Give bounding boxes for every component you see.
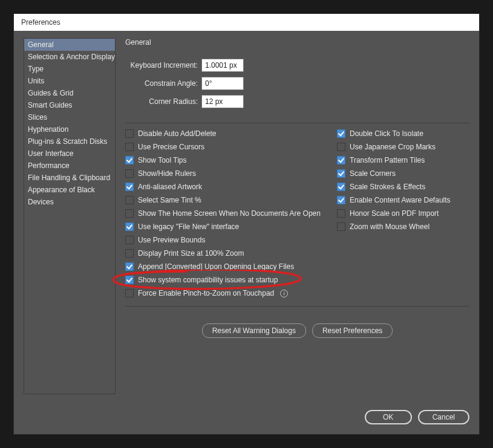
- sidebar-item-units[interactable]: Units: [24, 75, 115, 87]
- sidebar-item-label: Units: [28, 77, 44, 85]
- checkbox-box[interactable]: [125, 262, 134, 271]
- checkbox-box[interactable]: [125, 156, 134, 164]
- checkbox-box[interactable]: [125, 183, 134, 191]
- sidebar-item-file-handling-clipboard[interactable]: File Handling & Clipboard: [24, 172, 115, 184]
- sidebar-item-hyphenation[interactable]: Hyphenation: [24, 123, 115, 135]
- checkbox-label: Enable Content Aware Defaults: [350, 196, 451, 204]
- checkbox-label: Show Tool Tips: [138, 156, 187, 164]
- sidebar-item-smart-guides[interactable]: Smart Guides: [24, 99, 115, 111]
- sidebar-item-label: Guides & Grid: [28, 89, 73, 97]
- checkbox-disable-auto-add-delete[interactable]: Disable Auto Add/Delete: [125, 129, 331, 138]
- checkbox-append-converted-upon-opening-legacy-files[interactable]: Append [Converted] Upon Opening Legacy F…: [125, 262, 331, 271]
- checkbox-use-precise-cursors[interactable]: Use Precise Cursors: [125, 143, 331, 151]
- keyboard-increment-row: Keyboard Increment:: [125, 59, 469, 72]
- checkbox-use-preview-bounds[interactable]: Use Preview Bounds: [125, 236, 331, 244]
- numeric-fields: Keyboard Increment: Constrain Angle: Cor…: [125, 59, 469, 108]
- sidebar-item-general[interactable]: General: [24, 39, 115, 51]
- checkbox-use-legacy-file-new-interface[interactable]: Use legacy "File New" interface: [125, 222, 331, 231]
- checkbox-box[interactable]: [125, 169, 134, 178]
- checkbox-box[interactable]: [337, 156, 345, 164]
- sidebar-item-label: Performance: [28, 161, 70, 170]
- sidebar-item-performance[interactable]: Performance: [24, 160, 115, 172]
- content-area: GeneralSelection & Anchor DisplayTypeUni…: [24, 38, 469, 394]
- checkbox-box[interactable]: [125, 289, 134, 297]
- checkbox-box[interactable]: [125, 249, 134, 258]
- checkbox-box[interactable]: [125, 143, 134, 151]
- checkbox-box[interactable]: [337, 143, 345, 151]
- checkbox-enable-content-aware-defaults[interactable]: Enable Content Aware Defaults: [337, 196, 469, 204]
- sidebar-item-devices[interactable]: Devices: [24, 196, 115, 208]
- checkbox-show-system-compatibility-issues-at-startup[interactable]: Show system compatibility issues at star…: [125, 276, 331, 284]
- sidebar-item-label: Selection & Anchor Display: [28, 53, 115, 61]
- checkbox-label: Scale Strokes & Effects: [350, 183, 425, 191]
- checkbox-zoom-with-mouse-wheel[interactable]: Zoom with Mouse Wheel: [337, 222, 469, 231]
- checkbox-double-click-to-isolate[interactable]: Double Click To Isolate: [337, 129, 469, 138]
- checkbox-box[interactable]: [125, 129, 134, 138]
- sidebar-item-slices[interactable]: Slices: [24, 111, 115, 123]
- checkbox-honor-scale-on-pdf-import[interactable]: Honor Scale on PDF Import: [337, 209, 469, 218]
- checkbox-box[interactable]: [337, 209, 345, 218]
- sidebar-item-label: Devices: [28, 198, 54, 206]
- checkbox-label: Disable Auto Add/Delete: [138, 129, 216, 138]
- sidebar-item-user-interface[interactable]: User Interface: [24, 148, 115, 160]
- category-sidebar: GeneralSelection & Anchor DisplayTypeUni…: [24, 38, 116, 394]
- checkbox-anti-aliased-artwork[interactable]: Anti-aliased Artwork: [125, 183, 331, 191]
- sidebar-item-guides-grid[interactable]: Guides & Grid: [24, 87, 115, 99]
- checkbox-show-hide-rulers[interactable]: Show/Hide Rulers: [125, 169, 331, 178]
- checkbox-use-japanese-crop-marks[interactable]: Use Japanese Crop Marks: [337, 143, 469, 151]
- sidebar-item-selection-anchor-display[interactable]: Selection & Anchor Display: [24, 51, 115, 63]
- checkbox-show-tool-tips[interactable]: Show Tool Tips: [125, 156, 331, 164]
- reset-preferences-button[interactable]: Reset Preferences: [312, 323, 393, 338]
- sidebar-item-plug-ins-scratch-disks[interactable]: Plug-ins & Scratch Disks: [24, 135, 115, 148]
- constrain-angle-label: Constrain Angle:: [125, 79, 198, 88]
- checkbox-scale-strokes-effects[interactable]: Scale Strokes & Effects: [337, 183, 469, 191]
- checkbox-force-enable-pinch-to-zoom-on-touchpad[interactable]: Force Enable Pinch-to-Zoom on Touchpadi: [125, 289, 331, 297]
- checkbox-show-the-home-screen-when-no-documents-are-open[interactable]: Show The Home Screen When No Documents A…: [125, 209, 331, 218]
- dialog-footer: OK Cancel: [24, 394, 469, 424]
- ok-button[interactable]: OK: [365, 410, 412, 424]
- checkbox-box[interactable]: [337, 183, 345, 191]
- checkbox-box[interactable]: [337, 222, 345, 231]
- keyboard-increment-input[interactable]: [201, 59, 244, 72]
- reset-button-row: Reset All Warning Dialogs Reset Preferen…: [125, 323, 469, 338]
- constrain-angle-input[interactable]: [201, 77, 244, 90]
- info-icon[interactable]: i: [280, 290, 288, 297]
- constrain-angle-row: Constrain Angle:: [125, 77, 469, 90]
- checkbox-label: Show system compatibility issues at star…: [138, 276, 278, 284]
- sidebar-item-label: Smart Guides: [28, 101, 72, 109]
- reset-warning-dialogs-button[interactable]: Reset All Warning Dialogs: [202, 323, 306, 338]
- checkbox-box[interactable]: [337, 169, 345, 178]
- sidebar-item-label: General: [28, 41, 54, 49]
- divider: [125, 123, 469, 123]
- sidebar-item-label: Hyphenation: [28, 125, 68, 134]
- checkbox-column-left: Disable Auto Add/DeleteUse Precise Curso…: [125, 129, 331, 297]
- checkbox-scale-corners[interactable]: Scale Corners: [337, 169, 469, 178]
- checkbox-column-right: Double Click To IsolateUse Japanese Crop…: [337, 129, 469, 297]
- checkbox-box[interactable]: [125, 276, 134, 284]
- checkbox-label: Show/Hide Rulers: [138, 169, 196, 178]
- checkbox-box[interactable]: [337, 129, 345, 138]
- checkbox-label: Show The Home Screen When No Documents A…: [138, 209, 321, 218]
- divider: [125, 306, 469, 307]
- checkbox-box[interactable]: [125, 236, 134, 244]
- checkbox-box[interactable]: [125, 222, 134, 231]
- window-title: Preferences: [14, 14, 479, 31]
- checkbox-display-print-size-at-100-zoom[interactable]: Display Print Size at 100% Zoom: [125, 249, 331, 258]
- checkbox-label: Force Enable Pinch-to-Zoom on Touchpad: [138, 289, 274, 297]
- checkbox-label: Anti-aliased Artwork: [138, 183, 202, 191]
- sidebar-item-label: Appearance of Black: [28, 186, 95, 194]
- sidebar-item-label: File Handling & Clipboard: [28, 174, 110, 182]
- sidebar-item-type[interactable]: Type: [24, 63, 115, 75]
- checkbox-box[interactable]: [125, 196, 134, 204]
- sidebar-item-label: Plug-ins & Scratch Disks: [28, 137, 107, 146]
- dialog-body: GeneralSelection & Anchor DisplayTypeUni…: [14, 31, 479, 434]
- checkbox-box[interactable]: [125, 209, 134, 218]
- sidebar-item-appearance-of-black[interactable]: Appearance of Black: [24, 184, 115, 196]
- cancel-button[interactable]: Cancel: [418, 410, 469, 424]
- corner-radius-input[interactable]: [201, 95, 244, 108]
- checkbox-box[interactable]: [337, 196, 345, 204]
- checkbox-transform-pattern-tiles[interactable]: Transform Pattern Tiles: [337, 156, 469, 164]
- checkbox-select-same-tint[interactable]: Select Same Tint %: [125, 196, 331, 204]
- checkbox-label: Append [Converted] Upon Opening Legacy F…: [138, 262, 294, 271]
- checkbox-label: Display Print Size at 100% Zoom: [138, 249, 244, 258]
